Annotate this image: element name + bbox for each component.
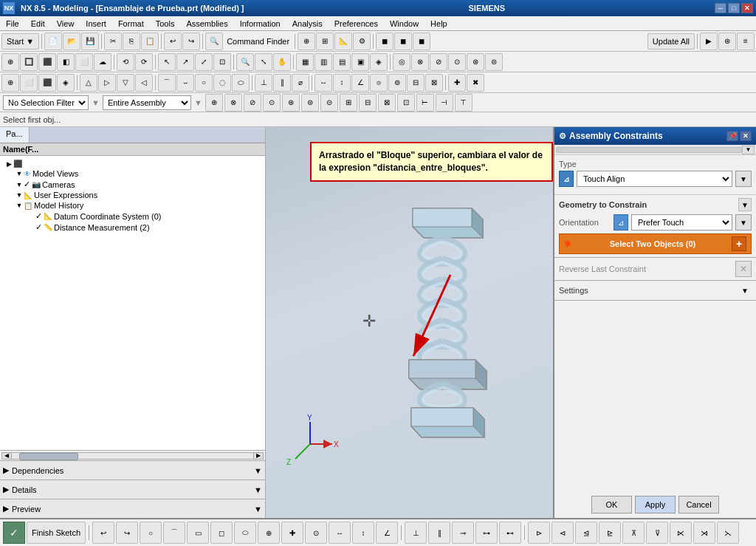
bottom-btn-18[interactable]: ⊷ xyxy=(499,522,521,544)
viewport[interactable]: Arrastrado el "Bloque" superior, cambiar… xyxy=(266,127,553,518)
redo-button[interactable]: ↪ xyxy=(182,33,200,50)
panel-top-scroll[interactable]: ▼ xyxy=(554,145,756,155)
bottom-btn-17[interactable]: ⊶ xyxy=(475,522,498,544)
menu-insert[interactable]: Insert xyxy=(80,16,112,30)
layer-btn-2[interactable]: ▥ xyxy=(315,53,332,71)
bottom-btn-14[interactable]: ⊥ xyxy=(405,522,427,544)
sel-btn-1[interactable]: ↖ xyxy=(158,53,176,71)
extra-btn-1[interactable]: ▶ xyxy=(700,33,718,50)
zoom-btn[interactable]: 🔍 xyxy=(236,53,254,71)
cons-btn-1[interactable]: ⊥ xyxy=(255,74,272,92)
part-navigator-tab[interactable]: Pa... xyxy=(0,127,30,143)
bottom-btn-21[interactable]: ⊴ xyxy=(575,522,597,544)
filter-btn-7[interactable]: ⊝ xyxy=(320,94,338,112)
bottom-btn-10[interactable]: ⊙ xyxy=(305,522,327,544)
selection-filter-dropdown[interactable]: No Selection Filter xyxy=(3,95,89,110)
close-button[interactable]: ✕ xyxy=(741,3,753,13)
bottom-btn-26[interactable]: ⋊ xyxy=(693,522,715,544)
dependencies-dropdown-btn[interactable]: ▼ xyxy=(254,466,262,475)
orient-btn-1[interactable]: ⟲ xyxy=(117,53,134,71)
bottom-btn-5[interactable]: ▭ xyxy=(187,522,209,544)
menu-edit[interactable]: Edit xyxy=(25,16,51,30)
bottom-btn-20[interactable]: ⊲ xyxy=(551,522,574,544)
curve-btn-1[interactable]: ⌒ xyxy=(158,74,176,92)
filter-btn-8[interactable]: ⊞ xyxy=(340,94,357,112)
layer-btn-5[interactable]: ◈ xyxy=(370,53,388,71)
preview-dropdown-btn[interactable]: ▼ xyxy=(254,505,262,513)
undo-button[interactable]: ↩ xyxy=(164,33,182,50)
ok-button[interactable]: OK xyxy=(591,496,632,513)
dim-btn-6[interactable]: ⊟ xyxy=(407,74,425,92)
extra2-btn-1[interactable]: ◎ xyxy=(393,53,410,71)
command-finder-button[interactable]: 🔍 xyxy=(205,33,223,50)
sel-btn-4[interactable]: ⊡ xyxy=(213,53,231,71)
curve-btn-4[interactable]: ◌ xyxy=(213,74,231,92)
menu-information[interactable]: Information xyxy=(234,16,286,30)
measure-button[interactable]: 📐 xyxy=(334,33,352,50)
pan-btn[interactable]: ✋ xyxy=(273,53,291,71)
tree-area[interactable]: ▶ ⬛ ▼ 👁 Model Views ▼ ✓ 📷 Cameras ▼ 📐 Us… xyxy=(0,156,265,450)
filter-btn-5[interactable]: ⊛ xyxy=(282,94,300,112)
layer-btn-4[interactable]: ▣ xyxy=(351,53,369,71)
more-btn-3[interactable]: ◼ xyxy=(413,33,430,50)
apply-button[interactable]: Apply xyxy=(635,496,676,513)
extra-btn-3[interactable]: ≡ xyxy=(737,33,755,50)
more-btn-1[interactable]: ◼ xyxy=(376,33,394,50)
bottom-btn-19[interactable]: ⊳ xyxy=(528,522,550,544)
dim-btn-5[interactable]: ⊚ xyxy=(388,74,406,92)
bottom-btn-2[interactable]: ↪ xyxy=(116,522,138,544)
sketch-btn-2[interactable]: ▷ xyxy=(98,74,116,92)
filter-btn-2[interactable]: ⊗ xyxy=(224,94,242,112)
menu-help[interactable]: Help xyxy=(425,16,453,30)
view-btn-3[interactable]: ⬛ xyxy=(38,53,56,71)
dependencies-panel[interactable]: ▶ Dependencies ▼ xyxy=(0,460,265,480)
start-button[interactable]: Start ▼ xyxy=(1,33,39,50)
cons-btn-2[interactable]: ∥ xyxy=(273,74,291,92)
menu-view[interactable]: View xyxy=(51,16,80,30)
bottom-btn-12[interactable]: ↕ xyxy=(352,522,374,544)
view-btn-2[interactable]: 🔲 xyxy=(20,53,38,71)
orientation-dropdown[interactable]: Prefer Touch xyxy=(631,214,732,231)
settings-expand-btn[interactable]: ▼ xyxy=(738,284,752,297)
bottom-btn-25[interactable]: ⋉ xyxy=(670,522,692,544)
bottom-btn-9[interactable]: ✚ xyxy=(281,522,303,544)
filter-btn-6[interactable]: ⊜ xyxy=(301,94,319,112)
type-dropdown-expand[interactable]: ▼ xyxy=(735,171,752,187)
extra2-btn-5[interactable]: ⊛ xyxy=(467,53,484,71)
finish-sketch-button[interactable]: Finish Sketch xyxy=(27,522,86,544)
extra2-btn-4[interactable]: ⊙ xyxy=(448,53,466,71)
update-all-button[interactable]: Update All xyxy=(647,33,695,50)
filter-btn-9[interactable]: ⊟ xyxy=(359,94,377,112)
view-btn-6[interactable]: ☁ xyxy=(94,53,111,71)
bottom-btn-16[interactable]: ⊸ xyxy=(452,522,474,544)
select-objects-button[interactable]: ✱ Select Two Objects (0) + xyxy=(559,233,752,254)
grid-button[interactable]: ⊞ xyxy=(316,33,334,50)
bottom-btn-15[interactable]: ∥ xyxy=(428,522,450,544)
tree-item-datum[interactable]: ✓ 📐 Datum Coordinate System (0) xyxy=(3,211,262,222)
tree-item-cameras[interactable]: ▼ ✓ 📷 Cameras xyxy=(3,179,262,190)
filter-btn-1[interactable]: ⊕ xyxy=(205,94,223,112)
cons-btn-3[interactable]: ⌀ xyxy=(292,74,309,92)
menu-format[interactable]: Format xyxy=(112,16,150,30)
open-file-button[interactable]: 📂 xyxy=(63,33,80,50)
minimize-button[interactable]: ─ xyxy=(715,3,726,13)
snap-button[interactable]: ⊕ xyxy=(298,33,315,50)
view-btn-5[interactable]: ⬜ xyxy=(75,53,93,71)
dim-btn-7[interactable]: ⊠ xyxy=(425,74,443,92)
extra2-btn-6[interactable]: ⊜ xyxy=(485,53,503,71)
extra2-btn-3[interactable]: ⊘ xyxy=(430,53,447,71)
tree-item-expressions[interactable]: ▼ 📐 User Expressions xyxy=(3,190,262,200)
filter-btn-14[interactable]: ⊤ xyxy=(455,94,472,112)
copy-button[interactable]: ⎘ xyxy=(123,33,140,50)
layer-btn-3[interactable]: ▤ xyxy=(333,53,351,71)
curve-btn-5[interactable]: ⬭ xyxy=(232,74,250,92)
bottom-btn-23[interactable]: ⊼ xyxy=(622,522,645,544)
bottom-btn-4[interactable]: ⌒ xyxy=(163,522,185,544)
tree-scrollbar[interactable]: ◀ ▶ xyxy=(0,450,265,460)
dim-btn-1[interactable]: ↔ xyxy=(315,74,332,92)
layer-btn-1[interactable]: ▦ xyxy=(296,53,314,71)
menu-tools[interactable]: Tools xyxy=(150,16,181,30)
bottom-btn-1[interactable]: ↩ xyxy=(92,522,114,544)
panel-scrolltrack[interactable] xyxy=(556,147,742,153)
orient-btn-2[interactable]: ⟳ xyxy=(135,53,153,71)
